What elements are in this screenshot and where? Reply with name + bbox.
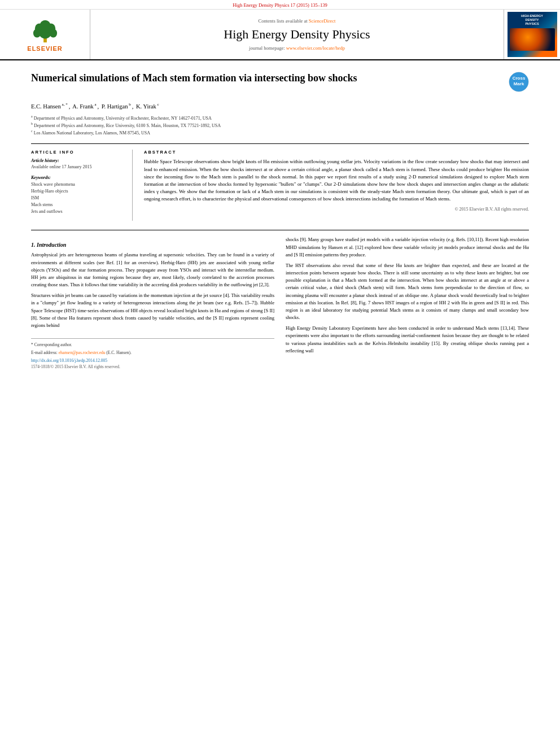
body-columns: 1. Introduction Astrophysical jets are h… xyxy=(31,236,529,369)
journal-homepage-line: journal homepage: www.elsevier.com/locat… xyxy=(249,45,345,51)
author-3: P. Hartigan xyxy=(102,103,128,110)
email-link[interactable]: ehansen@pas.rochester.edu xyxy=(59,350,107,355)
abstract-column: ABSTRACT Hubble Space Telescope observat… xyxy=(144,150,529,221)
section-1-heading: 1. Introduction xyxy=(31,242,274,248)
keywords-label: Keywords: xyxy=(31,175,123,180)
info-abstract-section: ARTICLE INFO Article history: Available … xyxy=(31,150,529,221)
affiliation-2: b Department of Physics and Astronomy, R… xyxy=(31,121,529,129)
journal-header-strip: High Energy Density Physics 17 (2015) 13… xyxy=(0,0,560,10)
keyword-1: Shock wave phenomena xyxy=(31,181,123,188)
keywords-group: Keywords: Shock wave phenomena Herbig-Ha… xyxy=(31,175,123,215)
copyright-line: © 2015 Elsevier B.V. All rights reserved… xyxy=(144,207,529,212)
sciencedirect-link[interactable]: ScienceDirect xyxy=(309,18,336,24)
crossmark-badge[interactable]: Cross Mark xyxy=(509,72,529,95)
journal-cover-title: HIGH-ENERGY DENSITY PHYSICS xyxy=(521,14,543,26)
journal-cover-area: HIGH-ENERGY DENSITY PHYSICS xyxy=(504,10,560,59)
article-info-label: ARTICLE INFO xyxy=(31,150,123,155)
history-value: Available online 17 January 2015 xyxy=(31,164,123,169)
author-2: A. Frank xyxy=(72,103,93,110)
body-right-column: shocks [9]. Many groups have studied jet… xyxy=(286,236,529,369)
keyword-5: Jets and outflows xyxy=(31,208,123,215)
abstract-label: ABSTRACT xyxy=(144,150,529,155)
abstract-text: Hubble Space Telescope observations show… xyxy=(144,158,529,203)
affiliations: a Department of Physics and Astronomy, U… xyxy=(31,114,529,136)
issn-line: 1574-1818/© 2015 Elsevier B.V. All right… xyxy=(31,364,274,369)
elsevier-wordmark: ELSEVIER xyxy=(27,45,62,52)
elsevier-tree-icon xyxy=(25,17,65,44)
article-title-block: Numerical simulations of Mach stem forma… xyxy=(31,72,529,95)
doi-line: http://dx.doi.org/10.1016/j.hedp.2014.12… xyxy=(31,358,274,363)
keyword-4: Mach stems xyxy=(31,202,123,208)
crossmark-icon: Cross Mark xyxy=(509,72,529,92)
journal-homepage-link[interactable]: www.elsevier.com/locate/hedp xyxy=(286,45,345,51)
intro-para-col2-1: shocks [9]. Many groups have studied jet… xyxy=(286,236,529,259)
email-footnote: E-mail address: ehansen@pas.rochester.ed… xyxy=(31,350,274,356)
elsevier-logo-area: ELSEVIER xyxy=(0,10,90,59)
svg-text:Mark: Mark xyxy=(514,81,524,86)
affiliation-1: a Department of Physics and Astronomy, U… xyxy=(31,114,529,121)
article-history: Article history: Available online 17 Jan… xyxy=(31,158,123,169)
history-label: Article history: xyxy=(31,158,123,163)
elsevier-logo: ELSEVIER xyxy=(25,17,65,52)
intro-para-col2-3: High Energy Density Laboratory Experimen… xyxy=(286,325,529,355)
article-info-column: ARTICLE INFO Article history: Available … xyxy=(31,150,133,221)
banner-center: Contents lists available at ScienceDirec… xyxy=(90,10,504,59)
intro-para-1: Astrophysical jets are heterogeneous bea… xyxy=(31,251,274,289)
footnote-section: * Corresponding author. E-mail address: … xyxy=(31,338,274,369)
author-4: K. Yirak xyxy=(136,103,156,110)
article-title: Numerical simulations of Mach stem forma… xyxy=(31,72,509,85)
author-3-sup: b xyxy=(128,102,130,107)
journal-title: High Energy Density Physics xyxy=(224,27,370,42)
authors-line: E.C. Hansen a, *, A. Frank a, P. Hartiga… xyxy=(31,102,529,110)
affiliation-3: c Los Alamos National Laboratory, Los Al… xyxy=(31,129,529,136)
svg-point-4 xyxy=(40,20,50,31)
divider-1 xyxy=(31,143,529,144)
intro-para-2: Structures within jet beams can be cause… xyxy=(31,292,274,329)
author-1-sup: a, * xyxy=(61,102,68,107)
keyword-2: Herbig-Haro objects xyxy=(31,188,123,195)
author-1: E.C. Hansen xyxy=(31,103,61,110)
svg-text:Cross: Cross xyxy=(513,76,526,81)
keywords-list: Shock wave phenomena Herbig-Haro objects… xyxy=(31,181,123,215)
journal-banner: ELSEVIER Contents lists available at Sci… xyxy=(0,10,560,60)
main-content: Numerical simulations of Mach stem forma… xyxy=(0,60,560,381)
sciencedirect-line: Contents lists available at ScienceDirec… xyxy=(259,18,336,24)
author-2-sup: a xyxy=(94,102,97,107)
intro-para-col2-2: The HST observations also reveal that so… xyxy=(286,262,529,321)
corresponding-footnote: * Corresponding author. xyxy=(31,342,274,348)
svg-point-6 xyxy=(49,29,56,37)
author-4-sup: c xyxy=(156,102,159,107)
journal-cover-image: HIGH-ENERGY DENSITY PHYSICS xyxy=(508,12,557,57)
doi-link[interactable]: http://dx.doi.org/10.1016/j.hedp.2014.12… xyxy=(31,358,107,363)
journal-citation: High Energy Density Physics 17 (2015) 13… xyxy=(233,2,327,8)
body-left-column: 1. Introduction Astrophysical jets are h… xyxy=(31,236,274,369)
divider-2 xyxy=(31,230,529,230)
keyword-3: ISM xyxy=(31,195,123,202)
svg-point-5 xyxy=(33,29,40,37)
